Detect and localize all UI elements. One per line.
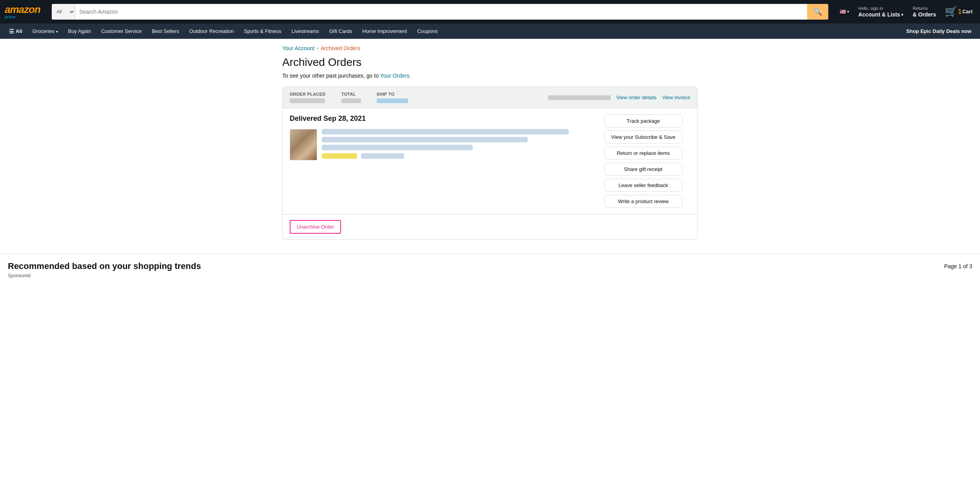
your-orders-link[interactable]: Your Orders.: [380, 73, 411, 79]
subscribe-save-button[interactable]: View your Subscribe & Save: [604, 131, 682, 144]
secondary-navigation: ☰ All Groceries ▾ Buy Again Customer Ser…: [0, 24, 980, 39]
sidebar-item-buy-again[interactable]: Buy Again: [64, 25, 96, 37]
delivery-status: Delivered Sep 28, 2021: [290, 115, 596, 123]
search-button[interactable]: 🔍: [807, 4, 828, 20]
account-line2: Account & Lists ▾: [858, 11, 904, 18]
order-placed-value: [290, 97, 326, 103]
sidebar-item-livestreams[interactable]: Livestreams: [287, 25, 323, 37]
hamburger-icon: ☰: [9, 28, 14, 35]
item-title-blurred-3: [322, 145, 473, 150]
item-sub-row: [322, 153, 596, 159]
sidebar-item-coupons[interactable]: Coupons: [413, 25, 442, 37]
page-title: Archived Orders: [282, 56, 698, 69]
sidebar-item-customer-service[interactable]: Customer Service: [97, 25, 146, 37]
order-ship-to-col: SHIP TO: [377, 92, 408, 103]
order-total-value: [341, 97, 361, 103]
logo-prime-text: prime: [5, 15, 16, 19]
item-details: [322, 129, 596, 159]
returns-orders-menu[interactable]: Returns & Orders: [909, 4, 940, 20]
order-left: Delivered Sep 28, 2021: [290, 115, 596, 208]
order-card: ORDER PLACED TOTAL SHIP TO: [282, 87, 698, 240]
search-category-select[interactable]: All: [52, 4, 75, 20]
recommended-page: Page 1 of 3: [944, 263, 972, 269]
dropdown-arrow-icon: ▾: [847, 9, 849, 14]
sidebar-item-home-improvement[interactable]: Home Improvement: [358, 25, 411, 37]
sidebar-item-groceries[interactable]: Groceries ▾: [28, 25, 62, 37]
all-label: All: [16, 28, 22, 34]
main-content: Your Account › Archived Orders Archived …: [274, 39, 706, 254]
share-gift-receipt-button[interactable]: Share gift receipt: [604, 163, 682, 176]
order-items: [290, 129, 596, 160]
account-menu[interactable]: Hello, sign in Account & Lists ▾: [855, 4, 907, 20]
search-icon: 🔍: [813, 7, 822, 16]
order-ship-blurred: [377, 98, 408, 103]
recommended-section: Recommended based on your shopping trend…: [0, 254, 980, 282]
cart-count: 1: [958, 8, 962, 15]
all-menu-button[interactable]: ☰ All: [5, 25, 27, 37]
cart-button[interactable]: 🛒 1 Cart: [942, 4, 975, 20]
account-line1: Hello, sign in: [858, 5, 904, 11]
account-dropdown-icon: ▾: [901, 12, 903, 17]
item-sub-blurred: [361, 153, 404, 159]
sidebar-item-outdoor[interactable]: Outdoor Recreation: [185, 25, 238, 37]
sidebar-item-gift-cards[interactable]: Gift Cards: [325, 25, 357, 37]
write-product-review-button[interactable]: Write a product review: [604, 195, 682, 208]
logo-amazon-text: amazon: [5, 4, 40, 15]
breadcrumb-separator: ›: [317, 45, 318, 51]
order-placed-label: ORDER PLACED: [290, 92, 326, 96]
promo-link[interactable]: Shop Epic Daily Deals now: [902, 26, 975, 36]
track-package-button[interactable]: Track package: [604, 115, 682, 127]
order-header-right: View order details View invoice: [548, 95, 690, 100]
cart-label: Cart: [962, 9, 973, 15]
amazon-logo[interactable]: amazon prime: [5, 4, 48, 19]
returns-line2: & Orders: [913, 11, 936, 18]
search-input[interactable]: [75, 4, 807, 20]
order-total-label: TOTAL: [341, 92, 361, 96]
item-title-blurred-1: [322, 129, 569, 134]
item-title-blurred-2: [322, 137, 528, 142]
top-navigation: amazon prime All 🔍 🇺🇸 ▾ Hello, sign in A…: [0, 0, 980, 24]
language-selector[interactable]: 🇺🇸 ▾: [836, 7, 853, 17]
return-replace-button[interactable]: Return or replace items: [604, 147, 682, 160]
order-footer: Unarchive Order: [283, 214, 697, 239]
breadcrumb-your-account[interactable]: Your Account: [282, 45, 314, 51]
sidebar-item-best-sellers[interactable]: Best Sellers: [147, 25, 183, 37]
view-order-details-link[interactable]: View order details: [616, 95, 657, 100]
breadcrumb-current: Archived Orders: [321, 45, 360, 51]
item-thumbnail: [290, 129, 317, 160]
groceries-dropdown-icon: ▾: [56, 29, 58, 34]
order-header: ORDER PLACED TOTAL SHIP TO: [283, 87, 697, 108]
view-invoice-link[interactable]: View invoice: [662, 95, 690, 100]
returns-line1: Returns: [913, 5, 936, 11]
unarchive-order-button[interactable]: Unarchive Order: [290, 220, 341, 234]
order-placed-blurred: [290, 98, 325, 103]
recommended-header: Recommended based on your shopping trend…: [8, 261, 972, 271]
breadcrumb: Your Account › Archived Orders: [282, 45, 698, 51]
recommended-title: Recommended based on your shopping trend…: [8, 261, 201, 271]
order-actions: Track package View your Subscribe & Save…: [604, 115, 690, 208]
page-subtitle: To see your other past purchases, go to …: [282, 73, 698, 79]
item-price-blurred: [322, 153, 357, 159]
order-id-blurred: [548, 95, 611, 100]
flag-icon: 🇺🇸: [840, 9, 846, 15]
sidebar-item-sports[interactable]: Sports & Fitness: [240, 25, 285, 37]
leave-seller-feedback-button[interactable]: Leave seller feedback: [604, 179, 682, 192]
nav-right-items: 🇺🇸 ▾ Hello, sign in Account & Lists ▾ Re…: [836, 4, 975, 20]
cart-icon: 🛒: [945, 5, 957, 18]
order-ship-to-label: SHIP TO: [377, 92, 408, 96]
order-ship-to-value: [377, 97, 408, 103]
order-placed-col: ORDER PLACED: [290, 92, 326, 103]
order-total-blurred: [341, 98, 361, 103]
search-bar[interactable]: All 🔍: [52, 4, 828, 20]
order-id-label: [548, 95, 611, 100]
order-body: Delivered Sep 28, 2021: [283, 108, 697, 214]
recommended-sub: Sponsored: [8, 273, 972, 278]
order-total-col: TOTAL: [341, 92, 361, 103]
subtitle-text: To see your other past purchases, go to: [282, 73, 379, 79]
